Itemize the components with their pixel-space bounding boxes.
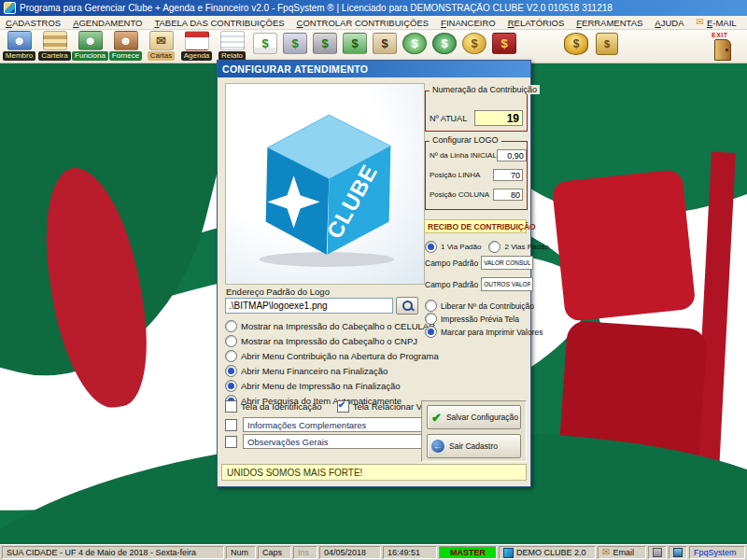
radio-icon[interactable]	[425, 313, 437, 325]
numero-atual-input[interactable]	[474, 110, 523, 126]
exit-application-button[interactable]: EXIT	[710, 32, 738, 60]
green-dollar-coin-icon[interactable]: $	[402, 33, 427, 54]
radio-icon[interactable]	[425, 326, 437, 338]
radio-icon[interactable]	[425, 300, 437, 312]
red-seat-shape	[552, 169, 697, 322]
option-liberar-numero[interactable]: Liberar Nº da Contribuição	[425, 300, 534, 312]
informacoes-complementares-field[interactable]: Informações Complementares	[243, 417, 428, 432]
money-scroll-icon[interactable]: $	[596, 33, 618, 55]
option-marcar-imprimir[interactable]: Marcar para Imprimir Valores	[425, 326, 543, 338]
exit-label: EXIT	[712, 32, 728, 38]
checkbox-icon[interactable]	[225, 436, 237, 448]
employee-icon: ☻	[78, 31, 103, 50]
toolbar-fornecedor-button[interactable]: ☻ Fornece	[108, 31, 143, 61]
status-brand: FpqSystem	[689, 546, 745, 559]
radio-icon[interactable]	[488, 241, 500, 253]
toolbar-relatorio-button[interactable]: Relato	[215, 31, 249, 61]
radio-icon[interactable]	[225, 380, 237, 392]
configurar-logo-title: Configurar LOGO	[430, 135, 501, 145]
radio-icon[interactable]	[225, 365, 237, 377]
menubar: CADASTROS AGENDAMENTO TABELA DAS CONTRIB…	[0, 16, 747, 30]
posicao-linha-input[interactable]	[493, 169, 523, 181]
gold-coin-stack-icon[interactable]: $	[564, 33, 588, 55]
menu-relatorios[interactable]: RELATÓRIOS	[508, 18, 565, 28]
radio-icon[interactable]	[225, 335, 237, 347]
observacoes-gerais-field[interactable]: Observações Gerais	[243, 434, 428, 449]
save-config-button[interactable]: ✔ Salvar Configuração	[427, 405, 521, 429]
menu-ajuda[interactable]: AJUDA	[655, 18, 684, 28]
posicao-coluna-input[interactable]	[493, 189, 523, 201]
magnifier-icon	[402, 301, 413, 311]
option-menu-impressao[interactable]: Abrir Menu de Impressão na Finalização	[225, 380, 439, 392]
gold-coin-dollar-icon[interactable]: $	[462, 33, 486, 54]
linha-inicial-input[interactable]	[497, 149, 527, 161]
option-impressao-previa[interactable]: Impressão Prévia Tela	[425, 313, 519, 325]
menu-ferramentas[interactable]: FERRAMENTAS	[576, 18, 642, 28]
logo-path-input[interactable]	[225, 298, 393, 314]
option-1-via[interactable]: 1 Via Padão	[425, 241, 481, 253]
printer-dollar-icon[interactable]: $	[283, 33, 307, 54]
letters-icon: ✉	[149, 31, 174, 50]
calculator-dollar-icon[interactable]: $	[373, 33, 397, 54]
wallet-card-icon	[43, 31, 67, 50]
status-insert: Ins	[293, 546, 317, 559]
posicao-coluna-row: Posição COLUNA	[430, 189, 523, 201]
report-icon	[220, 31, 245, 50]
toolbar-cartas-label: Cartas	[148, 51, 176, 61]
toolbar-carteira-label: Carteira	[38, 51, 70, 61]
menu-controlar-contribuicoes[interactable]: CONTROLAR CONTRIBUIÇÕES	[297, 18, 429, 28]
status-capslock: Caps	[258, 546, 291, 559]
calendar-icon	[185, 31, 209, 50]
menu-tabela-contribuicoes[interactable]: TABELA DAS CONTRIBUIÇÕES	[154, 18, 284, 28]
option-cnpj[interactable]: Mostrar na Impressão do Cabeçalho o CNPJ	[225, 335, 439, 347]
status-monitor[interactable]	[669, 546, 687, 559]
menu-email[interactable]: ✉ E-MAIL	[697, 18, 737, 28]
recibo-header: RECIBO DE CONTRIBUIÇÃO	[424, 219, 527, 233]
menu-agendamento[interactable]: AGENDAMENTO	[73, 18, 142, 28]
option-2-vias[interactable]: 2 Vias Padão	[488, 241, 548, 253]
option-menu-contribuicao[interactable]: Abrir Menu Contribuição na Abertura do P…	[225, 350, 439, 362]
titlebar: Programa para Gerenciar Clube + Agenda e…	[0, 0, 747, 16]
check-tela-identificacao[interactable]: Tela da Identificação	[225, 400, 322, 413]
checkbox-icon[interactable]	[225, 419, 237, 431]
toolbar-carteira-button[interactable]: Carteira	[37, 31, 72, 61]
toolbar-membro-button[interactable]: ☻ Membro	[2, 31, 36, 61]
option-celular[interactable]: Mostrar na Impressão do Cabeçalho o CELU…	[225, 320, 439, 332]
checkbox-icon[interactable]	[225, 400, 237, 413]
menu-cadastros[interactable]: CADASTROS	[6, 18, 61, 28]
dialog-title: CONFIGURAR ATENDIMENTO	[222, 63, 368, 75]
radio-icon[interactable]	[225, 320, 237, 332]
campo-padrao-row-1: Campo Padrão	[425, 256, 533, 270]
menu-financeiro[interactable]: FINANCEIRO	[441, 18, 496, 28]
posicao-linha-row: Posição LINHA	[430, 169, 523, 181]
toolbar-membro-label: Membro	[3, 51, 35, 61]
ledger-dollar-icon[interactable]: $	[492, 33, 516, 54]
option-menu-financeiro[interactable]: Abrir Menu Financeiro na Finalização	[225, 365, 439, 377]
exit-door-icon	[714, 39, 731, 61]
radio-icon[interactable]	[225, 350, 237, 362]
toolbar-agenda-button[interactable]: Agenda	[179, 31, 214, 61]
exit-cadastro-button[interactable]: ← Sair Cadastro	[427, 434, 521, 458]
checkbox-icon[interactable]	[337, 400, 349, 413]
campo-padrao-input-2[interactable]	[481, 277, 533, 291]
statusbar: SUA CIDADE - UF 4 de Maio de 2018 - Sext…	[0, 544, 747, 560]
dialog-buttons-panel: ✔ Salvar Configuração ← Sair Cadastro	[421, 400, 527, 462]
toolbar-funcionario-button[interactable]: ☻ Funciona	[73, 31, 107, 61]
status-printer[interactable]	[648, 546, 667, 559]
banknote-icon[interactable]: $	[343, 33, 367, 54]
mini-mail-icon: ✉	[602, 548, 610, 557]
toolbar-cartas-button[interactable]: ✉ Cartas	[144, 31, 178, 61]
campo-padrao-input-1[interactable]	[481, 256, 533, 270]
supplier-icon: ☻	[114, 31, 138, 50]
green-dollar-coin2-icon[interactable]: $	[432, 33, 457, 54]
cash-register-icon[interactable]: $	[313, 33, 337, 54]
radio-icon[interactable]	[425, 241, 437, 253]
dialog-titlebar[interactable]: CONFIGURAR ATENDIMENTO	[218, 61, 530, 77]
search-logo-button[interactable]	[396, 297, 418, 315]
status-email[interactable]: ✉ Email	[598, 546, 646, 559]
motto-banner: UNIDOS SOMOS MAIS FORTE!	[221, 464, 527, 481]
mail-icon: ✉	[697, 18, 704, 27]
invoice-dollar-icon[interactable]: $	[253, 33, 277, 54]
configurar-atendimento-dialog: CONFIGURAR ATENDIMENTO CLUBE Endereço Pa…	[217, 60, 531, 487]
options-list: Mostrar na Impressão do Cabeçalho o CELU…	[225, 320, 439, 410]
